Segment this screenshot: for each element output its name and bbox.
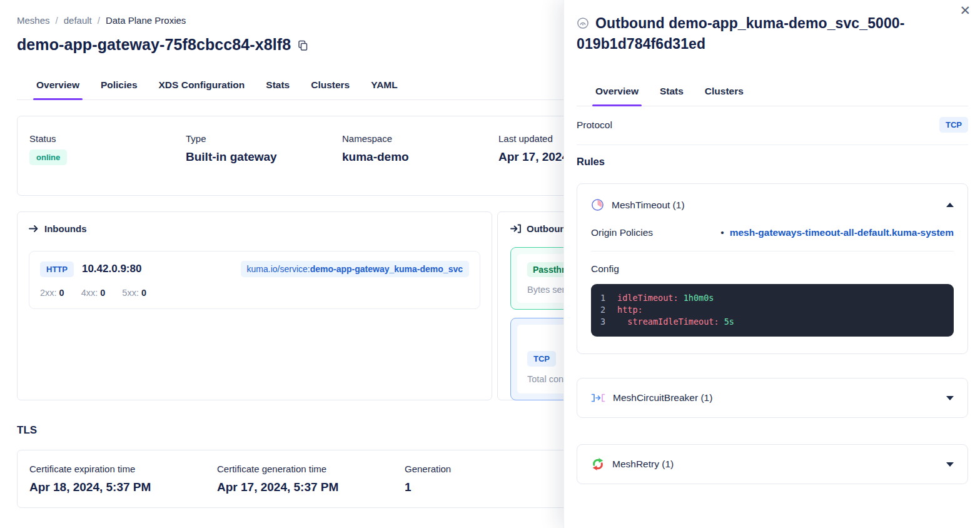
protocol-badge: TCP [527,351,556,367]
rule-title: MeshTimeout (1) [612,200,685,211]
drawer-tab-overview[interactable]: Overview [585,79,649,106]
field-label: Namespace [342,133,498,144]
rule-card-meshretry[interactable]: MeshRetry (1) [577,444,968,484]
protocol-row: Protocol TCP [577,106,968,145]
clock-icon [591,198,604,211]
field-label: Status [29,133,186,144]
meshtimeout-header[interactable]: MeshTimeout (1) [591,198,954,211]
close-icon[interactable]: ✕ [957,1,973,19]
drawer-title: Outbound demo-app_kuma-demo_svc_5000-019… [577,14,968,54]
rule-title: MeshCircuitBreaker (1) [613,392,712,404]
inbound-item: HTTP 10.42.0.9:80 kuma.io/service:demo-a… [29,251,480,309]
code-line: 3 streamIdleTimeout: 5s [600,316,945,328]
outbound-arrow-icon [510,224,521,233]
code-line: 1idleTimeout: 1h0m0s [600,292,945,304]
breadcrumb-data-plane-proxies[interactable]: Data Plane Proxies [106,15,186,26]
origin-policies-row: Origin Policies • mesh-gateways-timeout-… [591,227,954,251]
tab-clusters[interactable]: Clusters [300,72,360,99]
field-label: Certificate generation time [217,464,405,474]
copy-icon[interactable] [298,40,308,51]
rule-title: MeshRetry (1) [612,459,674,470]
field-value: Apr 17, 2024, 5:37 PM [217,480,405,494]
page-title: demo-app-gateway-75f8cbcc84-x8lf8 [17,36,291,54]
inbounds-panel: Inbounds HTTP 10.42.0.9:80 kuma.io/servi… [17,211,492,400]
inbound-arrow-icon [29,225,39,233]
tab-stats[interactable]: Stats [255,72,300,99]
field-namespace: Namespace kuma-demo [342,133,498,195]
breadcrumb-separator: / [98,15,100,26]
field-value: kuma-demo [342,150,498,164]
connection-icon [577,15,589,34]
breadcrumb-meshes[interactable]: Meshes [17,15,50,26]
field-cert-generation: Certificate generation time Apr 17, 2024… [217,464,405,507]
field-cert-expiration: Certificate expiration time Apr 18, 2024… [29,464,217,507]
stat-4xx: 4xx:0 [81,288,106,298]
chevron-down-icon[interactable] [946,396,954,400]
protocol-label: Protocol [577,119,612,131]
chevron-down-icon[interactable] [946,462,954,467]
service-tag[interactable]: kuma.io/service:demo-app-gateway_kuma-de… [241,261,469,277]
breadcrumb-separator: / [56,15,58,26]
stat-5xx: 5xx:0 [122,288,146,298]
breadcrumb-default[interactable]: default [64,15,92,26]
circuit-breaker-icon [591,392,605,404]
outbound-detail-drawer: ✕ Outbound demo-app_kuma-demo_svc_5000-0… [563,0,980,528]
inbound-address: 10.42.0.9:80 [82,263,141,275]
tab-xds-configuration[interactable]: XDS Configuration [148,72,256,99]
status-badge: online [29,150,67,165]
stat-2xx: 2xx:0 [40,288,64,298]
config-code-block[interactable]: 1idleTimeout: 1h0m0s 2http: 3 streamIdle… [591,284,954,337]
inbounds-heading: Inbounds [44,223,87,234]
chevron-up-icon[interactable] [946,203,954,207]
protocol-badge: HTTP [40,261,74,277]
bullet: • [720,227,724,238]
retry-icon [591,457,605,471]
tab-overview[interactable]: Overview [26,72,90,99]
config-label: Config [591,263,954,275]
field-label: Certificate expiration time [29,464,217,474]
field-value: Built-in gateway [186,150,342,164]
rule-card-meshcircuitbreaker[interactable]: MeshCircuitBreaker (1) [577,378,968,418]
field-type: Type Built-in gateway [186,133,342,195]
service-tag-value: demo-app-gateway_kuma-demo_svc [310,264,463,274]
app-root: Meshes / default / Data Plane Proxies de… [0,0,980,528]
origin-policy-link[interactable]: mesh-gateways-timeout-all-default.kuma-s… [730,227,954,238]
field-label: Type [186,133,342,144]
drawer-tab-bar: Overview Stats Clusters [577,79,968,106]
drawer-tab-stats[interactable]: Stats [649,79,694,106]
protocol-badge: TCP [939,117,968,133]
field-status: Status online [29,133,186,195]
drawer-tab-clusters[interactable]: Clusters [694,79,754,106]
rule-card-meshtimeout: MeshTimeout (1) Origin Policies • mesh-g… [577,183,968,354]
field-value: Apr 18, 2024, 5:37 PM [29,480,217,494]
rules-heading: Rules [577,156,968,168]
tab-policies[interactable]: Policies [90,72,148,99]
origin-policies-label: Origin Policies [591,227,653,238]
service-tag-key: kuma.io/service: [247,264,310,274]
tab-yaml[interactable]: YAML [360,72,408,99]
code-line: 2http: [600,304,945,316]
